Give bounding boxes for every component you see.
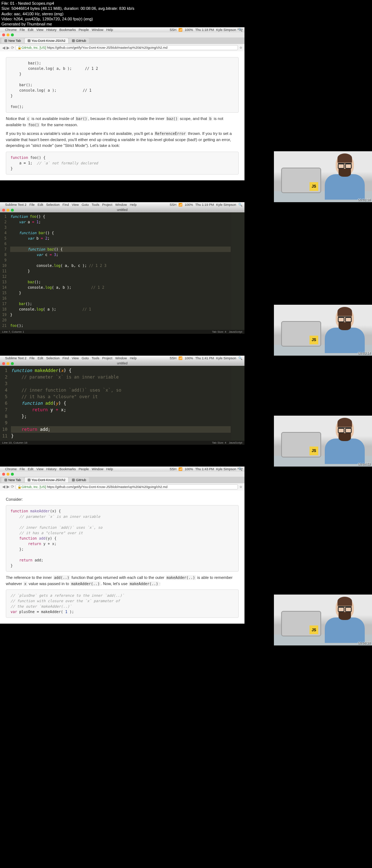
menu-window[interactable]: Window bbox=[115, 356, 127, 360]
menu-edit[interactable]: Edit bbox=[37, 203, 43, 207]
menu-view[interactable]: View bbox=[36, 28, 43, 32]
tab-size[interactable]: Tab Size: 4 bbox=[212, 441, 226, 444]
tab-icon bbox=[4, 39, 7, 42]
browser-tab[interactable]: New Tab bbox=[1, 38, 24, 43]
menu-app[interactable]: Chrome bbox=[5, 28, 17, 32]
url-bar: ◀ ▶ ⟳ 🔒GitHub, Inc. [US] https://github.… bbox=[0, 483, 244, 491]
menu-edit[interactable]: Edit bbox=[28, 28, 34, 32]
menu-edit[interactable]: Edit bbox=[28, 467, 34, 471]
maximize-button[interactable] bbox=[11, 33, 14, 36]
close-button[interactable] bbox=[2, 362, 5, 365]
menu-help[interactable]: Help bbox=[106, 467, 113, 471]
menu-file[interactable]: File bbox=[29, 356, 35, 360]
menu-help[interactable]: Help bbox=[130, 356, 137, 360]
minimize-button[interactable] bbox=[7, 209, 9, 212]
menu-help[interactable]: Help bbox=[106, 28, 113, 32]
menu-selection[interactable]: Selection bbox=[46, 203, 60, 207]
forward-button[interactable]: ▶ bbox=[7, 484, 9, 489]
browser-tab[interactable]: New Tab bbox=[1, 477, 24, 483]
url-input[interactable]: 🔒GitHub, Inc. [US] https://github.com/ge… bbox=[16, 45, 238, 50]
menu-file[interactable]: File bbox=[20, 467, 25, 471]
menu-view[interactable]: View bbox=[36, 467, 43, 471]
code-area[interactable]: function makeAdder(x) { // parameter `x`… bbox=[10, 366, 231, 441]
bookmark-icon[interactable]: ☆ bbox=[239, 485, 242, 489]
menu-app[interactable]: Chrome bbox=[5, 467, 17, 471]
forward-button[interactable]: ▶ bbox=[7, 45, 9, 50]
menu-find[interactable]: Find bbox=[62, 203, 69, 207]
menu-people[interactable]: People bbox=[78, 467, 89, 471]
close-button[interactable] bbox=[2, 209, 5, 212]
menu-view[interactable]: View bbox=[72, 203, 78, 207]
browser-tab[interactable]: GitHub bbox=[69, 477, 89, 483]
wifi-icon: 📶 bbox=[178, 203, 182, 207]
menu-bookmarks[interactable]: Bookmarks bbox=[59, 28, 76, 32]
menu-app[interactable]: Sublime Text 2 bbox=[5, 356, 27, 360]
menu-file[interactable]: File bbox=[29, 203, 35, 207]
back-button[interactable]: ◀ bbox=[2, 45, 5, 50]
bookmark-icon[interactable]: ☆ bbox=[239, 46, 242, 49]
menu-project[interactable]: Project bbox=[102, 203, 112, 207]
maximize-button[interactable] bbox=[11, 209, 14, 212]
sublime-titlebar: untitled bbox=[0, 361, 244, 366]
browser-tab-active[interactable]: You-Dont-Know-JS/ch2 bbox=[25, 38, 68, 43]
wifi-icon: 📶 bbox=[178, 467, 182, 471]
back-button[interactable]: ◀ bbox=[2, 484, 5, 489]
menu-tools[interactable]: Tools bbox=[92, 356, 99, 360]
tab-size[interactable]: Tab Size: 4 bbox=[212, 330, 226, 333]
editor[interactable]: 1234567891011 function makeAdder(x) { //… bbox=[0, 366, 244, 441]
menu-view[interactable]: View bbox=[72, 356, 78, 360]
minimize-button[interactable] bbox=[7, 33, 9, 36]
menu-window[interactable]: Window bbox=[92, 467, 103, 471]
menu-tools[interactable]: Tools bbox=[92, 203, 99, 207]
instructor-video: JS 00:06:28 bbox=[274, 595, 372, 645]
menu-edit[interactable]: Edit bbox=[37, 356, 43, 360]
menu-bookmarks[interactable]: Bookmarks bbox=[59, 467, 76, 471]
minimap[interactable] bbox=[231, 212, 244, 330]
minimize-button[interactable] bbox=[7, 362, 9, 365]
syntax-mode[interactable]: JavaScript bbox=[229, 441, 242, 444]
instructor-video: JS 00:01:38 bbox=[274, 151, 372, 202]
menu-window[interactable]: Window bbox=[92, 28, 103, 32]
clock: Thu 1:19 PM bbox=[195, 203, 214, 207]
menu-file[interactable]: File bbox=[20, 28, 25, 32]
close-button[interactable] bbox=[2, 473, 5, 476]
close-button[interactable] bbox=[2, 33, 5, 36]
maximize-button[interactable] bbox=[11, 473, 14, 476]
menu-people[interactable]: People bbox=[78, 28, 89, 32]
profile-name[interactable]: Kyle bbox=[237, 467, 243, 470]
tab-icon bbox=[4, 479, 7, 481]
clock: Thu 1:43 PM bbox=[195, 467, 214, 471]
reload-button[interactable]: ⟳ bbox=[11, 45, 14, 50]
menu-help[interactable]: Help bbox=[130, 203, 137, 207]
code-area[interactable]: function foo() { var a = 1; function bar… bbox=[9, 212, 231, 330]
user-name: Kyle Simpson bbox=[216, 203, 236, 207]
timestamp: 00:01:38 bbox=[358, 198, 371, 201]
url-input[interactable]: 🔒GitHub, Inc. [US] https://github.com/ge… bbox=[16, 484, 238, 489]
menu-app[interactable]: Sublime Text 2 bbox=[5, 203, 27, 207]
menu-goto[interactable]: Goto bbox=[82, 356, 89, 360]
menu-window[interactable]: Window bbox=[115, 203, 127, 207]
minimize-button[interactable] bbox=[7, 473, 9, 476]
syntax-mode[interactable]: JavaScript bbox=[229, 330, 242, 333]
menu-selection[interactable]: Selection bbox=[46, 356, 60, 360]
search-icon[interactable]: 🔍 bbox=[238, 203, 242, 207]
menu-history[interactable]: History bbox=[46, 28, 56, 32]
menu-project[interactable]: Project bbox=[102, 356, 112, 360]
editor[interactable]: 123456789101112131415161718192021 functi… bbox=[0, 212, 244, 330]
maximize-button[interactable] bbox=[11, 362, 14, 365]
reload-button[interactable]: ⟳ bbox=[11, 484, 14, 489]
timestamp: 00:03:14 bbox=[358, 351, 371, 355]
js-sticker: JS bbox=[310, 447, 318, 455]
menu-goto[interactable]: Goto bbox=[82, 203, 89, 207]
minimap[interactable] bbox=[231, 366, 244, 441]
instructor bbox=[325, 308, 365, 356]
instructor bbox=[325, 155, 365, 202]
line-numbers: 123456789101112131415161718192021 bbox=[0, 212, 9, 330]
window-controls: Kyle bbox=[0, 472, 244, 477]
browser-tab-active[interactable]: You-Dont-Know-JS/ch2 bbox=[25, 477, 68, 483]
menu-history[interactable]: History bbox=[46, 467, 56, 471]
menu-find[interactable]: Find bbox=[62, 356, 69, 360]
browser-tab[interactable]: GitHub bbox=[69, 38, 89, 43]
profile-name[interactable]: Kyle bbox=[237, 28, 243, 31]
search-icon[interactable]: 🔍 bbox=[238, 356, 242, 360]
